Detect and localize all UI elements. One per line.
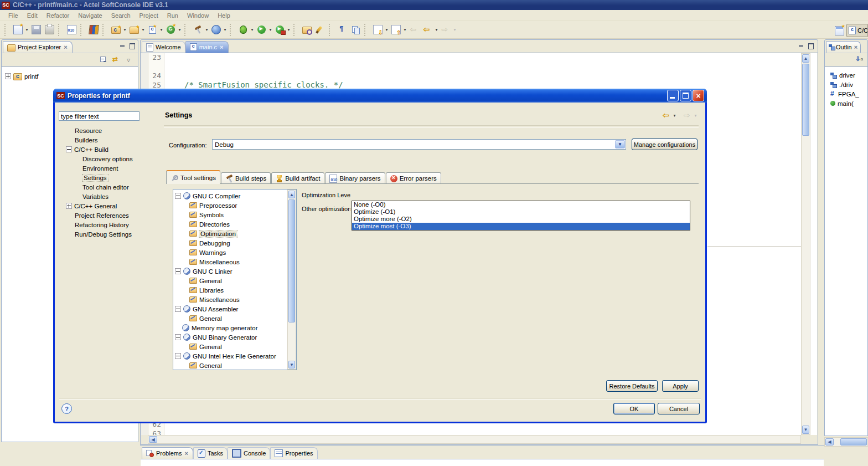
new-project-dropdown[interactable]: ▾ — [141, 27, 146, 32]
scroll-thumb[interactable] — [840, 438, 867, 445]
tool-symbols[interactable]: Symbols — [175, 210, 296, 219]
outline-tab[interactable]: Outlin × — [826, 41, 861, 53]
tab-main-c[interactable]: main.c × — [185, 41, 229, 53]
expand-icon[interactable] — [5, 73, 11, 79]
view-menu-button[interactable] — [126, 57, 132, 63]
tab-build-steps[interactable]: Build steps — [221, 172, 271, 184]
collapse-icon[interactable] — [175, 193, 181, 199]
debug-button[interactable] — [236, 23, 250, 37]
menu-window[interactable]: Window — [183, 11, 213, 20]
menu-run[interactable]: Run — [163, 11, 182, 20]
outline-item-include[interactable]: ./driv — [825, 80, 867, 89]
chevron-down-icon[interactable]: ▼ — [615, 140, 625, 148]
tab-console[interactable]: Console — [228, 447, 270, 459]
outline-item-function[interactable]: main( — [825, 99, 867, 108]
show-whitespace-button[interactable] — [335, 23, 349, 37]
tool-directories[interactable]: Directories — [175, 219, 296, 229]
option-optimize-more-o2[interactable]: Optimize more (-O2) — [352, 216, 690, 223]
scroll-thumb[interactable] — [288, 199, 295, 322]
last-edit-location-button[interactable] — [407, 23, 421, 37]
help-button[interactable]: ? — [61, 403, 72, 414]
tool-gnu-intel-hex-generator[interactable]: GNU Intel Hex File Generator — [175, 351, 296, 361]
menu-project[interactable]: Project — [136, 11, 162, 20]
run-dropdown[interactable]: ▾ — [268, 27, 273, 32]
tool-miscellaneous[interactable]: Miscellaneous — [175, 257, 296, 267]
collapse-icon[interactable] — [175, 268, 181, 274]
linker-general[interactable]: General — [175, 276, 296, 285]
tree-item-cpp-general[interactable]: C/C++ General — [60, 201, 160, 211]
external-tools-button[interactable] — [273, 23, 286, 37]
new-c-project-dropdown[interactable]: ▾ — [122, 27, 127, 32]
debug-dropdown[interactable]: ▾ — [250, 27, 255, 32]
mark-occurrences-button[interactable] — [313, 23, 327, 37]
tab-tool-settings[interactable]: Tool settings — [166, 170, 220, 184]
next-annotation-dropdown[interactable]: ▾ — [384, 27, 389, 32]
tab-problems[interactable]: Problems × — [142, 447, 193, 459]
menu-help[interactable]: Help — [214, 11, 234, 20]
scroll-down-button[interactable]: ▼ — [288, 361, 295, 368]
restore-defaults-button[interactable]: Restore Defaults — [606, 380, 658, 392]
generate-button[interactable] — [164, 23, 177, 37]
back-dropdown[interactable]: ▾ — [434, 27, 439, 32]
scroll-left-button[interactable]: ◀ — [149, 436, 157, 443]
tool-settings-tree[interactable]: GNU C Compiler Preprocessor Symbols Dire… — [173, 189, 297, 370]
explorer-project-row[interactable]: printf — [2, 67, 138, 81]
menu-refactor[interactable]: Refactor — [43, 11, 74, 20]
tool-gnu-binary-generator[interactable]: GNU Binary Generator — [175, 332, 296, 342]
library-button[interactable] — [87, 23, 100, 37]
linker-miscellaneous[interactable]: Miscellaneous — [175, 295, 296, 304]
dialog-titlebar[interactable]: SC Properties for printf × — [53, 89, 707, 103]
external-tools-dropdown[interactable]: ▾ — [286, 27, 291, 32]
tree-item-cpp-build[interactable]: C/C++ Build — [60, 145, 160, 154]
menu-edit[interactable]: Edit — [23, 11, 42, 20]
explorer-close-icon[interactable]: × — [63, 44, 68, 50]
collapse-icon[interactable] — [66, 146, 72, 152]
menu-file[interactable]: File — [4, 11, 22, 20]
manage-configurations-button[interactable]: Manage configurations — [632, 139, 698, 150]
tree-item-settings[interactable]: Settings — [60, 173, 160, 182]
scroll-thumb[interactable] — [802, 64, 809, 136]
dialog-maximize-button[interactable] — [680, 90, 691, 101]
tab-build-artifact[interactable]: Build artifact — [271, 172, 324, 184]
scroll-down-button[interactable]: ▼ — [802, 426, 809, 434]
dialog-minimize-button[interactable] — [667, 90, 679, 101]
new-wizard-button[interactable] — [11, 23, 24, 37]
dialog-close-button[interactable]: × — [693, 90, 704, 101]
cancel-button[interactable]: Cancel — [658, 403, 700, 414]
explorer-maximize-button[interactable] — [128, 42, 135, 48]
previous-annotation-dropdown[interactable]: ▾ — [402, 27, 407, 32]
editor-vscrollbar[interactable]: ▲ ▼ — [801, 53, 810, 435]
build-button[interactable] — [191, 23, 204, 37]
new-c-project-button[interactable] — [109, 23, 122, 37]
hex-generator-general[interactable]: General — [175, 361, 296, 370]
tab-error-parsers[interactable]: Error parsers — [386, 172, 441, 184]
editor-minimize-button[interactable] — [798, 42, 804, 48]
expand-icon[interactable] — [66, 203, 72, 209]
save-button[interactable] — [29, 23, 43, 37]
tool-warnings[interactable]: Warnings — [175, 248, 296, 257]
tree-item-run-debug-settings[interactable]: Run/Debug Settings — [60, 229, 160, 239]
new-source-file-dropdown[interactable]: ▾ — [159, 27, 164, 32]
previous-annotation-button[interactable] — [389, 23, 402, 37]
binary-generator-general[interactable]: General — [175, 342, 296, 351]
main-c-close-icon[interactable]: × — [219, 44, 224, 50]
run-button[interactable] — [255, 23, 268, 37]
apply-button[interactable]: Apply — [662, 380, 699, 392]
tool-memory-map-generator[interactable]: Memory map generator — [175, 323, 296, 332]
editor-hscrollbar[interactable]: ◀ — [148, 435, 801, 444]
open-console-button[interactable] — [349, 23, 362, 37]
dialog-back-button[interactable] — [663, 111, 671, 120]
dialog-back-dropdown[interactable]: ▾ — [672, 113, 677, 118]
scroll-up-button[interactable]: ▲ — [802, 54, 809, 63]
collapse-icon[interactable] — [175, 306, 181, 312]
optimization-dropdown-list[interactable]: None (-O0) Optimize (-O1) Optimize more … — [352, 201, 690, 231]
configuration-combo[interactable]: Debug ▼ — [212, 139, 626, 150]
tool-gnu-c-linker[interactable]: GNU C Linker — [175, 267, 296, 276]
open-perspective-button[interactable] — [835, 24, 844, 37]
perspective-cpp-button[interactable]: C/C++ — [846, 24, 868, 37]
menu-navigate[interactable]: Navigate — [74, 11, 106, 20]
problems-close-icon[interactable]: × — [184, 450, 188, 457]
sort-button[interactable] — [855, 57, 863, 64]
forward-button[interactable] — [439, 23, 452, 37]
build-dropdown[interactable]: ▾ — [204, 27, 209, 32]
